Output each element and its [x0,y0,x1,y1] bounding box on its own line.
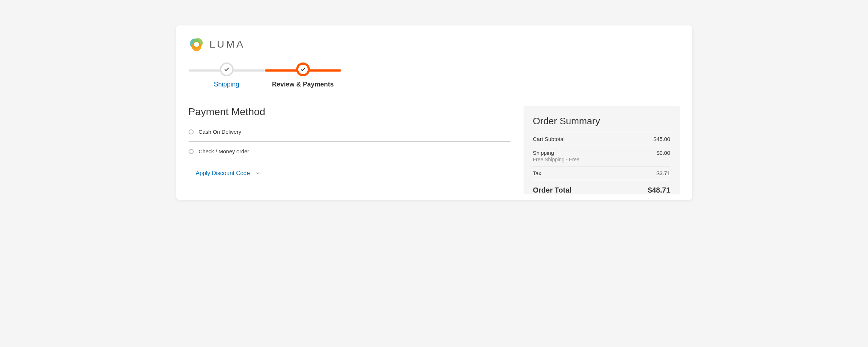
checkout-card: LUMA Shipping Review & Payments Payment … [176,25,692,200]
radio-icon[interactable] [189,129,194,134]
summary-total-value: $48.71 [648,186,670,194]
luma-logo-icon [189,36,205,52]
main-content: Payment Method Cash On Delivery Check / … [189,106,680,194]
summary-subtotal-label: Cart Subtotal [533,136,565,142]
payment-option-check[interactable]: Check / Money order [189,142,510,161]
step-shipping-label[interactable]: Shipping [214,81,239,88]
summary-shipping-method: Free Shipping - Free [533,157,580,162]
summary-shipping-value: $0.00 [657,150,670,162]
brand-name: LUMA [210,39,245,50]
summary-shipping-row: Shipping Free Shipping - Free $0.00 [533,146,670,166]
summary-tax-value: $3.71 [657,170,670,176]
summary-tax-label: Tax [533,170,541,176]
payment-option-cash[interactable]: Cash On Delivery [189,129,510,142]
summary-shipping-label-group: Shipping Free Shipping - Free [533,150,580,162]
chevron-down-icon [255,171,260,176]
step-shipping[interactable]: Shipping [189,62,265,88]
logo-row: LUMA [189,36,680,52]
step-shipping-circle [220,62,234,76]
discount-link-label: Apply Discount Code [196,170,250,177]
order-summary: Order Summary Cart Subtotal $45.00 Shipp… [524,106,680,194]
radio-icon[interactable] [189,149,194,154]
summary-tax-row: Tax $3.71 [533,166,670,180]
step-review-payments: Review & Payments [265,62,341,88]
svg-point-3 [194,42,199,47]
check-icon [300,66,306,72]
step-review-circle [296,62,310,76]
step-review-label: Review & Payments [272,81,334,88]
apply-discount-toggle[interactable]: Apply Discount Code [189,161,510,177]
payment-option-label: Check / Money order [199,148,249,154]
summary-total-row: Order Total $48.71 [533,180,670,194]
page-title: Payment Method [189,106,510,118]
summary-subtotal-value: $45.00 [654,136,670,142]
check-icon [224,66,230,72]
checkout-progress: Shipping Review & Payments [189,62,341,88]
summary-total-label: Order Total [533,186,572,194]
payment-option-label: Cash On Delivery [199,129,242,135]
payment-method-section: Payment Method Cash On Delivery Check / … [189,106,510,194]
summary-subtotal-row: Cart Subtotal $45.00 [533,132,670,146]
summary-shipping-label: Shipping [533,150,580,156]
order-summary-title: Order Summary [533,116,670,132]
